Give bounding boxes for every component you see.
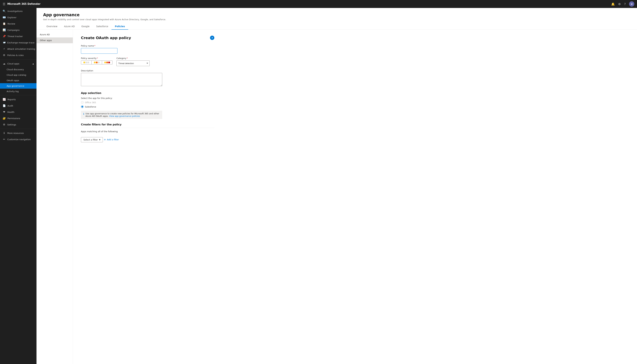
add-filter-button[interactable]: + Add a filter [104,137,119,142]
dot-high3 [108,62,110,63]
info-icon: ℹ [83,112,84,115]
help-icon[interactable]: ? [624,2,626,6]
sidebar-item-threat-tracker[interactable]: 📌 Threat tracker [0,33,37,40]
topbar: ☰ Microsoft 365 Defender 🔔 ⚙ ? U [0,0,637,8]
sidebar-item-settings-label: Settings [7,124,16,126]
description-group: Description [81,70,214,87]
app-selection-subtitle: Select the app for this policy: [81,97,214,100]
avatar[interactable]: U [629,1,634,7]
sidebar-item-policies-rules[interactable]: ⚙ Policies & rules [0,52,37,58]
sidebar-item-explorer[interactable]: 📧 Explorer [0,14,37,20]
sidebar-item-attack-simulation[interactable]: ⚡ Attack simulation training [0,46,37,52]
cloud-apps-chevron: ▲ [33,63,34,64]
sidebar-item-campaigns-label: Campaigns [8,29,20,31]
page-header: App governance Get in-depth visibility a… [37,8,637,30]
sidebar-item-review-label: Review [8,22,15,25]
cloud-apps-icon: ☁ [3,62,6,65]
form-title-text: Create OAuth app policy [81,36,131,40]
sidebar-item-threat-tracker-label: Threat tracker [8,35,23,38]
description-textarea[interactable] [81,73,162,86]
tab-overview[interactable]: Overview [43,23,61,30]
sidebar-item-cloud-discovery[interactable]: Cloud discovery [0,67,37,72]
tab-salesforce[interactable]: Salesforce [93,23,112,30]
info-box: ℹ Use app governance to create new polic… [81,111,162,119]
sidebar-divider-3 [0,129,37,129]
exchange-icon: 📨 [3,41,6,44]
radio-salesforce-label: Salesforce [85,106,96,108]
more-resources-icon: ℹ [3,132,6,134]
sidebar-item-health[interactable]: ❤ Health [0,109,37,115]
sidebar-item-campaigns[interactable]: 📊 Campaigns [0,27,37,33]
policy-name-label: Policy name* [81,44,214,47]
left-panel: Azure AD Other apps [37,30,73,364]
sidebar-item-audit-label: Audit [8,104,13,107]
description-label: Description [81,70,214,72]
left-panel-other-apps[interactable]: Other apps [37,38,73,43]
form-area: Create OAuth app policy ? Policy name* P… [73,30,222,364]
severity-buttons [81,60,112,64]
help-circle-button[interactable]: ? [210,36,214,40]
topbar-icons: 🔔 ⚙ ? U [611,1,634,7]
category-label: Category* [116,57,150,60]
category-group: Category* Threat detection Data loss pre… [116,57,150,66]
sidebar-item-explorer-label: Explorer [8,16,17,19]
radio-office365-input[interactable] [81,101,84,104]
content-area: Azure AD Other apps Create OAuth app pol… [37,30,637,364]
dot-med-empty [98,62,100,63]
add-filter-plus-icon: + [104,138,106,141]
sidebar-item-permissions-label: Permissions [8,117,20,120]
select-filter-button[interactable]: Select a filter ▼ [81,137,103,142]
sidebar-item-reports[interactable]: 📈 Reports [0,96,37,102]
tab-azure-ad[interactable]: Azure AD [61,23,78,30]
sidebar-group-cloud-apps[interactable]: ☁ Cloud apps ▲ [0,60,37,67]
customize-nav-icon: ✏ [3,138,6,141]
app-radio-group: Office 365 Salesforce [81,101,214,108]
radio-salesforce-input[interactable] [81,105,84,108]
radio-salesforce[interactable]: Salesforce [81,105,214,108]
sidebar-item-investigations[interactable]: 🔍 Investigations [0,8,37,14]
policy-name-input[interactable] [81,48,117,54]
sidebar-item-customize-navigation[interactable]: ✏ Customize navigation [0,136,37,142]
category-select[interactable]: Threat detection Data loss prevention Co… [116,60,150,66]
severity-low-btn[interactable] [81,61,92,64]
radio-office365-label: Office 365 [85,101,96,104]
sidebar: 🔍 Investigations 📧 Explorer 📋 Review 📊 C… [0,8,37,364]
page-title: App governance [43,12,630,17]
view-policies-link[interactable]: View app governance policies [109,115,140,117]
dot-low [83,62,85,63]
sidebar-item-review[interactable]: 📋 Review [0,20,37,27]
dot-med1 [94,62,96,63]
policy-name-group: Policy name* [81,44,214,54]
severity-medium-dots [94,62,100,63]
settings-icon[interactable]: ⚙ [618,2,621,6]
dot-low-empty2 [87,62,89,63]
notification-icon[interactable]: 🔔 [611,2,615,6]
sidebar-item-audit[interactable]: 📄 Audit [0,102,37,109]
severity-high-btn[interactable] [102,61,112,64]
explorer-icon: 📧 [3,16,6,19]
severity-medium-btn[interactable] [92,61,102,64]
attack-sim-icon: ⚡ [3,48,6,50]
sidebar-item-permissions[interactable]: 🔐 Permissions [0,115,37,122]
sidebar-item-more-resources[interactable]: ℹ More resources [0,130,37,136]
sidebar-item-settings[interactable]: ⚙ Settings [0,122,37,128]
info-message: Use app governance to create new policie… [85,112,160,117]
sidebar-item-exchange-message-trace[interactable]: 📨 Exchange message trace [0,40,37,46]
audit-icon: 📄 [3,104,6,107]
sidebar-item-more-resources-label: More resources [7,132,24,134]
review-icon: 📋 [3,22,6,25]
left-panel-azure-ad[interactable]: Azure AD [37,32,73,38]
sidebar-item-app-governance[interactable]: App governance [0,83,37,89]
tab-google[interactable]: Google [78,23,93,30]
app-governance-label: App governance [7,85,24,87]
tab-policies[interactable]: Policies [111,23,128,30]
sidebar-item-health-label: Health [7,111,15,113]
sidebar-item-activity-log[interactable]: Activity log [0,89,37,94]
sidebar-item-oauth-apps[interactable]: OAuth apps [0,78,37,83]
radio-office365[interactable]: Office 365 [81,101,214,104]
hamburger-menu[interactable]: ☰ [3,2,5,6]
sidebar-item-cloud-app-catalog[interactable]: Cloud app catalog [0,72,37,78]
cloud-discovery-label: Cloud discovery [7,68,24,71]
dot-high1 [104,62,106,63]
health-icon: ❤ [3,110,6,114]
